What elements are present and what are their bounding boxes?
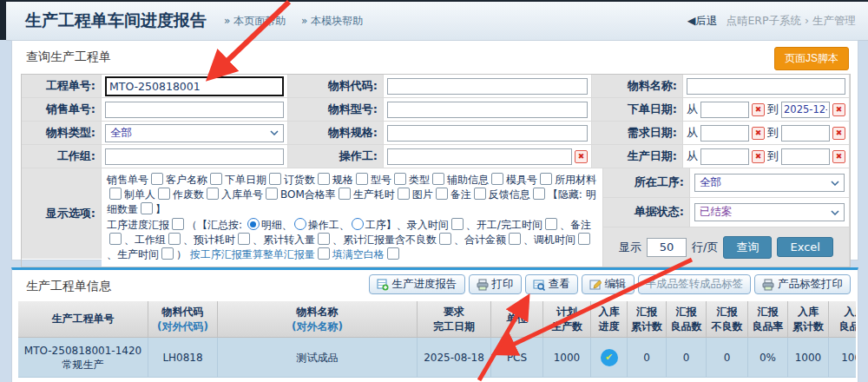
clear-date-icon[interactable]: ✖: [832, 103, 845, 116]
option-checkbox[interactable]: [161, 247, 174, 260]
product-label-print-button[interactable]: 产品标签打印: [754, 274, 851, 294]
material-name-input[interactable]: [687, 78, 845, 95]
material-spec-input[interactable]: [387, 125, 588, 142]
column-header[interactable]: 要求完工日期: [418, 301, 491, 338]
clear-date-icon[interactable]: ✖: [832, 150, 845, 163]
option-checkbox[interactable]: [318, 173, 330, 185]
material-type-select[interactable]: 全部: [105, 124, 284, 142]
current-process-select[interactable]: 全部: [694, 174, 845, 192]
search-button[interactable]: 查询: [723, 236, 772, 259]
option-checkbox[interactable]: [436, 188, 448, 200]
sales-no-input[interactable]: [105, 102, 284, 118]
option-checkbox[interactable]: [207, 188, 219, 200]
option-checkbox[interactable]: [238, 233, 250, 245]
option-link[interactable]: 填满空白格: [332, 248, 385, 260]
option-checkbox[interactable]: [109, 188, 122, 200]
option-checkbox[interactable]: [168, 233, 181, 245]
option-checkbox[interactable]: [578, 233, 590, 245]
option-checkbox[interactable]: [474, 188, 486, 200]
option-checkbox[interactable]: [210, 173, 222, 185]
option-checkbox[interactable]: [318, 233, 330, 245]
option-checkbox[interactable]: [387, 247, 399, 260]
option-checkbox[interactable]: [394, 173, 406, 185]
option-radio[interactable]: [247, 218, 260, 230]
rows-per-page-input[interactable]: [647, 238, 687, 257]
order-date-to-input[interactable]: [781, 102, 830, 118]
view-button[interactable]: 查看: [525, 274, 578, 294]
option-checkbox[interactable]: [451, 218, 464, 230]
column-header[interactable]: 汇报良品数: [667, 301, 707, 338]
option-radio[interactable]: [352, 218, 364, 230]
clear-date-icon[interactable]: ✖: [832, 127, 845, 140]
option-checkbox[interactable]: [432, 173, 444, 185]
option-checkbox[interactable]: [141, 202, 153, 214]
demand-date-from-input[interactable]: [700, 125, 749, 142]
option-checkbox[interactable]: [398, 188, 410, 200]
option-checkbox[interactable]: [491, 173, 503, 185]
column-header[interactable]: 汇报累计数: [628, 301, 667, 338]
material-code-input[interactable]: [387, 78, 588, 95]
column-header[interactable]: 汇报良品率: [748, 301, 788, 338]
order-date-from-input[interactable]: [700, 102, 749, 118]
option-checkbox[interactable]: [509, 233, 521, 245]
option-link[interactable]: 按工序汇报重算整单汇报量: [190, 248, 315, 260]
option-checkbox[interactable]: [533, 188, 545, 200]
page-js-script-button[interactable]: 页面JS脚本: [774, 47, 849, 70]
module-help-link[interactable]: » 本模块帮助: [301, 15, 363, 27]
option-text: 、调机时间: [523, 234, 575, 246]
option-text: 、开工/完工时间: [466, 219, 542, 231]
option-checkbox[interactable]: [266, 188, 278, 200]
column-header[interactable]: 物料名称(对外名称): [218, 301, 418, 338]
column-header[interactable]: 生产工程单号: [18, 301, 148, 338]
to-label: 到: [767, 125, 779, 141]
table-cell: 2025-08-18: [418, 338, 491, 378]
column-header[interactable]: 计划生产数: [543, 301, 591, 338]
edit-button[interactable]: 编辑: [582, 274, 635, 294]
demand-date-to-input[interactable]: [781, 125, 830, 142]
column-header[interactable]: 汇报不良数: [707, 301, 748, 338]
option-checkbox[interactable]: [356, 173, 368, 185]
option-checkbox[interactable]: [269, 173, 281, 185]
production-date-to-input[interactable]: [781, 148, 830, 165]
option-text: 辅助信息: [447, 174, 489, 186]
to-label: 到: [767, 148, 779, 164]
excel-button[interactable]: Excel: [777, 237, 832, 257]
order-no-input[interactable]: [105, 76, 284, 96]
column-header[interactable]: 入库良品数: [829, 301, 856, 338]
production-date-from-input[interactable]: [700, 148, 749, 165]
material-model-input[interactable]: [387, 102, 588, 118]
option-checkbox[interactable]: [545, 218, 557, 230]
option-checkbox[interactable]: [339, 188, 351, 200]
column-header[interactable]: 单位: [491, 301, 543, 338]
option-text: 型号: [371, 174, 391, 186]
info-panel: 生产工程单信息 生产进度报告 打印 查看 编辑 半成品签转成品标签 产品标签打印…: [11, 267, 858, 382]
back-button[interactable]: ◀后退: [687, 14, 718, 29]
option-checkbox[interactable]: [151, 173, 163, 185]
print-button[interactable]: 打印: [469, 274, 522, 294]
option-text: 模具号: [506, 174, 537, 186]
query-right-column: 所在工序: 全部 单据状态: 已结案 显示 行/页 查询 Excel: [603, 168, 850, 267]
option-radio[interactable]: [294, 218, 306, 230]
option-checkbox[interactable]: [158, 188, 170, 200]
progress-report-button[interactable]: 生产进度报告: [369, 274, 465, 294]
option-checkbox[interactable]: [439, 233, 451, 245]
clear-operator-icon[interactable]: ✖: [575, 150, 588, 163]
clear-date-icon[interactable]: ✖: [752, 127, 765, 140]
option-checkbox[interactable]: [109, 233, 122, 245]
operator-input[interactable]: [387, 148, 572, 165]
column-header[interactable]: 入库进度: [591, 301, 628, 338]
doc-status-select[interactable]: 已结案: [694, 203, 845, 221]
column-header[interactable]: 物料代码(对外代码): [148, 301, 218, 338]
page-help-link[interactable]: » 本页面帮助: [224, 15, 286, 27]
semi-to-finished-label-button[interactable]: 半成品签转成品标签: [638, 274, 752, 294]
option-checkbox[interactable]: [318, 247, 330, 260]
option-checkbox[interactable]: [540, 173, 552, 185]
clear-date-icon[interactable]: ✖: [752, 103, 765, 116]
work-group-input[interactable]: [105, 148, 284, 165]
clear-date-icon[interactable]: ✖: [752, 150, 765, 163]
option-text: ）: [176, 248, 190, 260]
edit-icon: [589, 279, 602, 291]
column-header[interactable]: 入库累计数: [788, 301, 829, 338]
option-checkbox[interactable]: [172, 218, 184, 230]
table-row[interactable]: MTO-250818001-1420 常规生产LH0818测试成品2025-08…: [18, 338, 856, 378]
